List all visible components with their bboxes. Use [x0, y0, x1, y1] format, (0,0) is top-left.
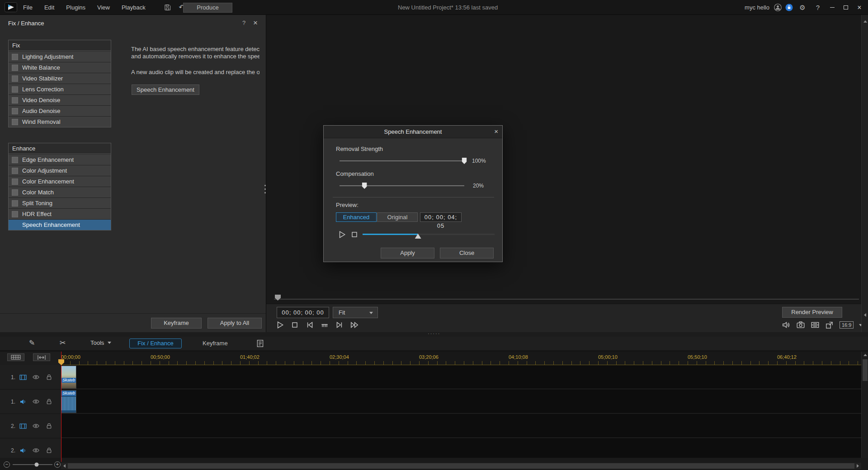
checkbox[interactable]	[12, 189, 18, 196]
produce-button[interactable]: Produce	[183, 3, 232, 13]
zoom-mode-dropdown[interactable]: Fit	[333, 307, 378, 318]
list-item-lighting-adjustment[interactable]: Lighting Adjustment	[9, 52, 111, 62]
frame-step-button[interactable]	[320, 320, 329, 329]
video-clip[interactable]: Skateb	[61, 366, 76, 389]
audio-clip[interactable]: Skateb	[61, 390, 76, 413]
list-item-edge-enhancement[interactable]: Edge Enhancement	[9, 155, 111, 165]
list-item-split-toning[interactable]: Split Toning	[9, 198, 111, 208]
eye-icon[interactable]	[32, 422, 40, 430]
collapse-panel-arrow[interactable]	[862, 310, 868, 320]
list-item-lens-correction[interactable]: Lens Correction	[9, 84, 111, 94]
close-dialog-button[interactable]: Close	[440, 248, 494, 258]
previous-frame-button[interactable]	[305, 320, 314, 329]
panel-splitter[interactable]: ·····	[0, 332, 868, 337]
list-item-color-adjustment[interactable]: Color Adjustment	[9, 165, 111, 176]
track-2-video-lane[interactable]	[61, 414, 861, 438]
zoom-in-button[interactable]: +	[54, 461, 61, 468]
eye-icon[interactable]	[32, 446, 40, 454]
list-item-wind-removal[interactable]: Wind Removal	[9, 117, 111, 127]
list-item-color-match[interactable]: Color Match	[9, 187, 111, 197]
panel-resize-grip[interactable]	[264, 185, 266, 195]
list-item-color-enhancement[interactable]: Color Enhancement	[9, 176, 111, 187]
dialog-play-button[interactable]	[337, 230, 346, 239]
strip-scroll-up[interactable]	[862, 16, 868, 27]
timeline-playhead-line[interactable]	[61, 352, 61, 462]
timeline-ruler[interactable]: 00;00;00 00;50;00 01;40;02 02;30;04 03;2…	[61, 352, 861, 365]
script-notes-icon[interactable]	[256, 339, 265, 348]
tab-keyframe[interactable]: Keyframe	[203, 340, 228, 347]
scroll-up-button[interactable]	[862, 352, 868, 358]
scrollbar-thumb[interactable]	[863, 359, 868, 381]
tools-dropdown[interactable]: Tools	[90, 339, 111, 346]
play-button[interactable]	[275, 320, 284, 329]
checkbox[interactable]	[12, 108, 18, 114]
timeline-zoom-slider[interactable]	[13, 464, 52, 465]
slider-handle[interactable]	[462, 158, 467, 164]
scroll-left-button[interactable]	[61, 463, 68, 469]
help-icon[interactable]: ?	[812, 4, 824, 11]
dialog-stop-button[interactable]	[350, 230, 359, 239]
checkbox[interactable]	[12, 54, 18, 60]
scrollbar-thumb[interactable]	[68, 463, 854, 469]
preview-playhead[interactable]	[275, 295, 281, 301]
list-item-speech-enhancement[interactable]: Speech Enhancement	[9, 220, 111, 230]
preview-timecode[interactable]: 00; 00; 00; 00	[277, 307, 329, 318]
list-item-video-stabilizer[interactable]: Video Stabilizer	[9, 73, 111, 84]
list-item-hdr-effect[interactable]: HDR Effect	[9, 209, 111, 219]
eye-icon[interactable]	[32, 373, 40, 381]
checkbox[interactable]	[12, 157, 18, 163]
track-1-video-lane[interactable]: Skateb	[61, 365, 861, 389]
timeline-horizontal-scrollbar[interactable]	[61, 463, 861, 469]
checkbox[interactable]	[12, 211, 18, 217]
speech-enhancement-button[interactable]: Speech Enhancement	[132, 85, 199, 95]
menu-file[interactable]: File	[17, 0, 38, 15]
checkbox[interactable]	[12, 75, 18, 82]
scroll-right-button[interactable]	[854, 463, 861, 469]
removal-strength-slider[interactable]	[340, 160, 464, 161]
menu-view[interactable]: View	[91, 0, 116, 15]
save-icon[interactable]	[164, 4, 176, 11]
tab-fix-enhance[interactable]: Fix / Enhance	[129, 338, 182, 348]
list-item-white-balance[interactable]: White Balance	[9, 62, 111, 73]
lock-icon[interactable]	[45, 398, 53, 405]
video-track-icon[interactable]	[19, 422, 27, 430]
minimize-button[interactable]	[827, 0, 837, 15]
compensation-slider[interactable]	[340, 185, 464, 186]
dual-preview-icon[interactable]	[811, 320, 820, 329]
lock-icon[interactable]	[45, 446, 53, 454]
list-item-audio-denoise[interactable]: Audio Denoise	[9, 106, 111, 116]
dialog-progress-slider[interactable]	[363, 234, 495, 235]
zoom-slider-handle[interactable]	[34, 463, 38, 467]
restore-button[interactable]	[841, 0, 851, 15]
video-track-icon[interactable]	[19, 373, 27, 381]
checkbox[interactable]	[12, 65, 18, 71]
audio-track-icon[interactable]	[19, 446, 27, 455]
undock-preview-icon[interactable]	[825, 320, 834, 329]
dialog-close-icon[interactable]: ×	[494, 127, 498, 135]
preview-scrub-bar[interactable]	[274, 299, 859, 300]
audio-track-icon[interactable]	[19, 398, 27, 406]
timeline-vertical-scrollbar[interactable]	[861, 352, 868, 464]
checkbox[interactable]	[12, 200, 18, 207]
zoom-out-button[interactable]: −	[4, 461, 10, 468]
menu-playback[interactable]: Playback	[116, 0, 151, 15]
slider-handle[interactable]	[362, 183, 367, 189]
enhanced-tab[interactable]: Enhanced	[336, 212, 377, 222]
checkbox[interactable]	[12, 179, 18, 185]
checkbox[interactable]	[12, 119, 18, 125]
checkbox[interactable]	[12, 222, 18, 228]
lock-icon[interactable]	[45, 422, 53, 430]
menu-plugins[interactable]: Plugins	[60, 0, 91, 15]
account-badge-icon[interactable]	[785, 4, 793, 11]
checkbox[interactable]	[12, 97, 18, 103]
volume-icon[interactable]	[782, 320, 791, 329]
keyframe-button[interactable]: Keyframe	[151, 318, 202, 329]
panel-help-icon[interactable]: ?	[242, 19, 245, 26]
panel-close-icon[interactable]: ×	[253, 19, 258, 28]
stop-button[interactable]	[290, 320, 299, 329]
avatar-icon[interactable]	[774, 4, 782, 11]
snapshot-camera-icon[interactable]	[796, 320, 805, 329]
close-button[interactable]: ×	[854, 0, 864, 15]
account-name[interactable]: myc hello	[745, 4, 769, 11]
pencil-tool-icon[interactable]: ✎	[29, 338, 35, 347]
